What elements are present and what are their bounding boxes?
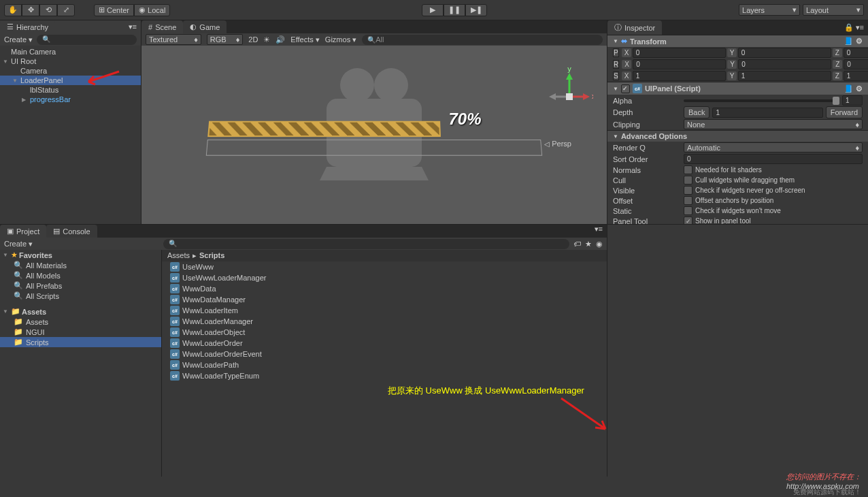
scene-panel: #Scene◐Game Textured ♦ RGB ♦ 2D ☀ 🔊 Effe… [141,20,607,224]
cull-checkbox[interactable] [684,176,692,185]
2d-toggle[interactable]: 2D [248,35,258,44]
uipanel-enable-checkbox[interactable]: ✓ [621,84,630,93]
project-tab[interactable]: ▣Project [0,225,46,238]
alpha-slider[interactable] [684,99,839,102]
alpha-field[interactable] [842,95,863,106]
favorite-item[interactable]: 🔍All Prefabs [0,280,161,291]
scl-x-field[interactable] [633,71,726,81]
hierarchy-search[interactable]: 🔍 [37,35,137,45]
folder-item[interactable]: 📁Scripts [0,337,161,347]
paneltool-checkbox[interactable]: ✓ [684,217,692,224]
pos-x-field[interactable] [633,48,726,58]
filter-icon[interactable]: 🏷 [573,240,581,248]
project-create-dropdown[interactable]: Create ▾ [4,240,33,248]
pause-button[interactable]: ❚❚ [444,4,465,16]
rot-z-field[interactable] [844,59,868,69]
depth-forward-button[interactable]: Forward [826,106,863,118]
play-icon: ▶ [430,5,435,14]
clipping-dropdown[interactable]: None♦ [684,119,863,129]
file-item[interactable]: c#WwwLoaderTypeEnum [162,370,607,381]
pos-z-field[interactable] [844,48,868,58]
scene-tab[interactable]: #Scene [141,20,183,33]
create-dropdown[interactable]: Create ▾ [4,35,33,44]
scale-tool[interactable]: ⤢ [57,4,75,16]
step-button[interactable]: ▶❚ [465,4,487,16]
favorites-header[interactable]: ▼★Favorites [0,250,161,260]
file-item[interactable]: c#WwwLoaderItem [162,305,607,316]
advanced-header[interactable]: ▼Advanced Options [607,130,868,142]
gear-icon[interactable]: ⚙ [856,84,863,93]
effects-dropdown[interactable]: Effects ▾ [290,35,320,44]
rotate-tool[interactable]: ⟲ [39,4,57,16]
renderq-dropdown[interactable]: Automatic♦ [684,142,863,153]
breadcrumb-item[interactable]: Assets [167,251,190,260]
static-checkbox[interactable] [684,206,692,215]
scl-y-field[interactable] [738,71,831,81]
hierarchy-tab[interactable]: ☰Hierarchy [0,20,55,33]
depth-back-button[interactable]: Back [684,106,710,118]
file-item[interactable]: c#WwwDataManager [162,294,607,305]
favorite-item[interactable]: 🔍All Models [0,270,161,280]
scene-tabs: #Scene◐Game [141,20,607,33]
panel-menu-icon[interactable]: ▾≡ [124,22,141,31]
panel-menu-icon[interactable]: ▾≡ [590,225,607,238]
scene-tab[interactable]: ◐Game [183,20,227,33]
file-item[interactable]: c#UseWwwLoaderManager [162,272,607,283]
rgb-dropdown[interactable]: RGB ♦ [207,34,243,45]
help-icon[interactable]: 📘 [844,37,853,46]
project-search[interactable]: 🔍 [163,239,569,249]
center-toggle[interactable]: ⊞Center [94,4,134,16]
visible-checkbox[interactable] [684,186,692,195]
filter-icon[interactable]: ◉ [596,240,603,248]
layers-dropdown[interactable]: Layers▾ [739,4,800,16]
svg-point-1 [374,68,408,102]
file-item[interactable]: c#UseWww [162,261,607,272]
transform-header[interactable]: ▼⬌Transform📘⚙ [607,35,868,47]
file-item[interactable]: c#WwwLoaderPath [162,359,607,370]
favorite-item[interactable]: 🔍All Scripts [0,291,161,301]
scene-viewport[interactable]: 70% y x ◁ Persp [141,46,607,224]
light-icon[interactable]: ☀ [263,35,270,44]
help-icon[interactable]: 📘 [844,84,853,93]
rot-x-field[interactable] [633,59,726,69]
normals-checkbox[interactable] [684,165,692,174]
hierarchy-item[interactable]: ▶progressBar [0,95,141,104]
rot-y-field[interactable] [738,59,831,69]
filter-icon[interactable]: ★ [585,240,592,248]
breadcrumb-item[interactable]: Scripts [199,251,224,260]
transform-icon: ⬌ [621,37,627,46]
hand-tool[interactable]: ✋ [4,4,22,16]
folder-item[interactable]: 📁Assets [0,317,161,327]
file-item[interactable]: c#WwwLoaderOrderEvent [162,349,607,359]
scl-z-field[interactable] [844,71,868,81]
uipanel-header[interactable]: ▼✓c#UIPanel (Script)📘⚙ [607,82,868,95]
orientation-gizmo[interactable]: y x [546,66,593,129]
pause-icon: ❚❚ [448,5,461,14]
favorite-item[interactable]: 🔍All Materials [0,260,161,270]
layout-dropdown[interactable]: Layout▾ [803,4,864,16]
local-toggle[interactable]: ◉Local [134,4,170,16]
file-item[interactable]: c#WwwData [162,283,607,294]
annotation-text: 把原来的 UseWww 换成 UseWwwLoaderManager [388,385,584,397]
assets-header[interactable]: ▼📁Assets [0,306,161,317]
gizmos-dropdown[interactable]: Gizmos ▾ [325,35,356,44]
inspector-tab[interactable]: ⓘInspector [607,20,662,35]
file-item[interactable]: c#WwwLoaderOrder [162,338,607,349]
hierarchy-item[interactable]: ▼UI Root [0,57,141,66]
render-mode-dropdown[interactable]: Textured ♦ [146,34,201,45]
audio-icon[interactable]: 🔊 [276,35,285,44]
lock-icon[interactable]: 🔒 ▾≡ [840,23,868,32]
move-tool[interactable]: ✥ [22,4,39,16]
scene-search[interactable]: 🔍All [362,35,603,45]
depth-field[interactable] [712,108,822,118]
folder-item[interactable]: 📁NGUI [0,327,161,337]
file-item[interactable]: c#WwwLoaderManager [162,316,607,327]
sort-field[interactable] [684,154,863,164]
console-tab[interactable]: ▤Console [46,225,97,238]
offset-checkbox[interactable] [684,196,692,205]
file-item[interactable]: c#WwwLoaderObject [162,327,607,338]
pos-y-field[interactable] [738,48,831,58]
play-button[interactable]: ▶ [422,4,444,16]
gear-icon[interactable]: ⚙ [856,37,863,46]
hierarchy-item[interactable]: Main Camera [0,47,141,57]
